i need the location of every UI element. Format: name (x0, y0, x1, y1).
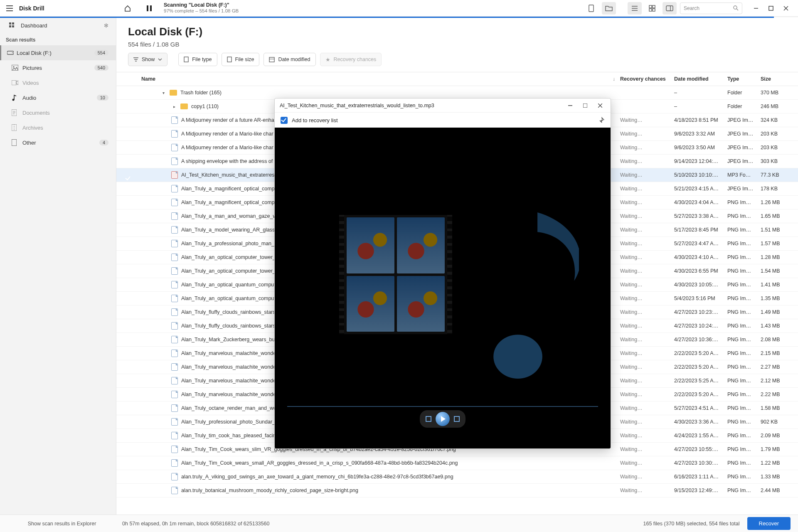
sidebar-dashboard[interactable]: Dashboard ✻ (0, 18, 116, 33)
folder-icon[interactable] (602, 2, 616, 15)
svg-rect-1 (150, 5, 152, 11)
date-modified: 5/27/2023 3:38 A… (674, 213, 727, 219)
preview-maximize-button[interactable] (580, 101, 591, 111)
filter-filesize[interactable]: File size (222, 53, 260, 66)
file-size: 1.57 MB (761, 241, 798, 246)
file-type: PNG Im… (727, 364, 761, 370)
media-artwork (325, 192, 560, 384)
table-row[interactable]: alan.truly_A_viking_god_swings_an_axe_to… (116, 470, 798, 484)
expander-icon[interactable]: ▸ (171, 104, 177, 109)
recovery-chance: Waiting… (620, 364, 674, 370)
show-in-explorer-link[interactable]: Show scan results in Explorer (7, 521, 116, 527)
date-modified: 5/17/2023 8:45 PM (674, 227, 727, 233)
new-file-icon[interactable] (584, 2, 598, 15)
menu-icon[interactable] (6, 5, 13, 12)
file-icon (171, 130, 178, 138)
col-name[interactable]: Name (141, 76, 613, 82)
file-type: JPEG Im… (727, 145, 761, 150)
file-icon (171, 432, 178, 439)
sidebar-item-label: Other (22, 140, 36, 146)
recovery-chance: Waiting… (620, 392, 674, 397)
minimize-button[interactable] (749, 2, 763, 15)
prev-button[interactable] (426, 416, 431, 422)
panel-view-icon[interactable] (663, 2, 677, 15)
file-icon (171, 350, 178, 357)
play-button[interactable] (436, 412, 450, 426)
file-icon (171, 116, 178, 124)
audio-icon (12, 94, 19, 101)
file-name: alan.truly_botanical_mushroom_moody_rich… (181, 488, 358, 493)
seek-bar[interactable] (287, 406, 598, 407)
search-input[interactable]: Search (680, 2, 742, 14)
sidebar-item-audio[interactable]: Audio10 (0, 90, 116, 105)
sidebar-item-label: Audio (22, 95, 36, 101)
svg-rect-26 (184, 57, 188, 62)
preview-minimize-button[interactable] (565, 101, 576, 111)
file-type: PNG Im… (727, 323, 761, 329)
svg-rect-27 (227, 57, 232, 62)
sidebar-item-label: Pictures (22, 65, 42, 71)
recovery-chance: Waiting… (620, 117, 674, 123)
pause-button[interactable] (142, 2, 156, 15)
sidebar-item-pictures[interactable]: Pictures540 (0, 60, 116, 75)
preview-close-button[interactable] (595, 101, 606, 111)
recovery-chance: Waiting… (620, 172, 674, 178)
recover-button[interactable]: Recover (747, 517, 791, 530)
file-name: Alan_Truly_an_optical_computer_tower_lig (181, 254, 281, 260)
date-modified: 5/27/2023 4:47 A… (674, 241, 727, 246)
date-modified: 4/27/2023 10:30:… (674, 460, 727, 466)
recovery-chance: Waiting… (620, 213, 674, 219)
home-button[interactable] (121, 2, 135, 15)
date-modified: 4/30/2023 4:10 A… (674, 254, 727, 260)
music-note-icon (457, 207, 579, 384)
page-subtitle: 554 files / 1.08 GB (128, 41, 786, 48)
file-size: 2.08 MB (761, 337, 798, 342)
filter-filetype[interactable]: File type (178, 53, 217, 66)
next-button[interactable] (454, 416, 460, 422)
recovery-chance: Waiting… (620, 131, 674, 137)
file-name: Alan_Truly_octane_render_man_and_wom (181, 405, 281, 411)
table-row[interactable]: alan.truly_botanical_mushroom_moody_rich… (116, 484, 798, 498)
maximize-button[interactable] (764, 2, 778, 15)
file-size: 1.43 MB (761, 323, 798, 329)
file-icon (171, 473, 178, 480)
date-modified: 4/27/2023 10:36:… (674, 337, 727, 342)
file-name: Alan_Truly_marvelous_malachite_wonder_ (181, 378, 281, 384)
col-recovery[interactable]: Recovery chances (620, 76, 674, 82)
file-size: 324 KB (761, 117, 798, 123)
col-type[interactable]: Type (727, 76, 761, 82)
close-button[interactable] (779, 2, 793, 15)
recovery-chance: Waiting… (620, 296, 674, 301)
grid-view-icon[interactable] (645, 2, 659, 15)
file-type: PNG Im… (727, 378, 761, 384)
file-icon (171, 185, 178, 192)
other-icon (12, 139, 19, 146)
date-modified: 4/24/2023 1:55 A… (674, 433, 727, 438)
add-to-recovery-checkbox[interactable] (281, 117, 288, 124)
col-date[interactable]: Date modified (674, 76, 727, 82)
filter-datemodified[interactable]: Date modified (264, 53, 315, 66)
table-row[interactable]: Alan_Truly_Tim_Cook_wears_small_AR_goggl… (116, 456, 798, 470)
col-size[interactable]: Size (761, 76, 798, 82)
sort-icon[interactable]: ↓ (613, 76, 620, 82)
sidebar-item-archives[interactable]: Archives (0, 120, 116, 135)
pin-icon[interactable] (598, 117, 605, 123)
footer-selection: 165 files (370 MB) selected, 554 files t… (643, 521, 740, 527)
file-type: PNG Im… (727, 268, 761, 274)
file-size: 2.15 MB (761, 350, 798, 356)
list-view-icon[interactable] (628, 2, 642, 15)
svg-rect-0 (147, 5, 148, 11)
sidebar-item-documents[interactable]: Documents (0, 105, 116, 120)
sidebar-badge: 4 (99, 140, 108, 145)
show-dropdown[interactable]: Show (128, 53, 167, 66)
svg-rect-21 (12, 80, 16, 85)
file-name: Trash folder (165) (180, 90, 222, 96)
sidebar-item-local-disk-f-[interactable]: Local Disk (F:)554 (0, 45, 116, 60)
sidebar-item-videos[interactable]: Videos (0, 75, 116, 90)
svg-rect-16 (12, 25, 14, 27)
sidebar-item-other[interactable]: Other4 (0, 135, 116, 150)
file-icon (171, 281, 178, 288)
file-type: PNG Im… (727, 309, 761, 315)
file-size: 203 KB (761, 145, 798, 150)
expander-icon[interactable]: ▾ (160, 91, 166, 95)
